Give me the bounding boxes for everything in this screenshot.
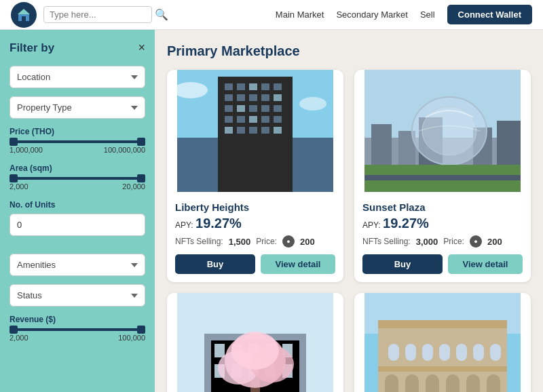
svg-rect-77 <box>456 344 467 361</box>
price-label-2: Price: <box>443 237 464 246</box>
nfts-count-1: 1,500 <box>229 237 251 247</box>
nav-main-market[interactable]: Main Market <box>276 9 324 20</box>
properties-grid: Liberty Heights APY: 19.27% NFTs Selling… <box>167 70 531 392</box>
price-range-thumb-left[interactable] <box>10 138 18 146</box>
svg-point-41 <box>422 106 476 155</box>
content: Primary Marketplace <box>155 30 543 392</box>
property-image-4 <box>354 293 531 392</box>
svg-rect-29 <box>261 127 269 134</box>
svg-rect-71 <box>466 374 480 392</box>
property-name-1: Liberty Heights <box>175 201 335 213</box>
svg-rect-79 <box>490 344 501 361</box>
revenue-min: 2,000 <box>10 334 29 342</box>
property-meta-1: NFTs Selling: 1,500 Price: ● 200 <box>175 235 335 248</box>
svg-rect-6 <box>225 83 233 90</box>
search-button[interactable]: 🔍 <box>155 8 168 21</box>
svg-rect-20 <box>274 105 282 112</box>
revenue-label: Revenue ($) <box>10 315 145 324</box>
svg-point-61 <box>231 332 279 370</box>
svg-rect-76 <box>439 344 450 361</box>
svg-rect-18 <box>249 105 257 112</box>
price-filter: Price (THO) 1,000,000 100,000,000 <box>10 127 145 154</box>
svg-rect-17 <box>237 105 245 112</box>
svg-point-31 <box>174 82 208 98</box>
nfts-count-2: 3,000 <box>416 237 438 247</box>
svg-rect-47 <box>214 344 225 357</box>
price-icon-1: ● <box>282 235 295 248</box>
property-apy-1: APY: 19.27% <box>175 216 335 231</box>
svg-rect-74 <box>405 344 416 361</box>
svg-point-32 <box>299 97 326 111</box>
svg-rect-10 <box>274 83 282 90</box>
svg-rect-30 <box>274 127 282 134</box>
property-type-dropdown[interactable]: Property Type <box>10 96 145 119</box>
close-sidebar-button[interactable]: × <box>138 41 145 55</box>
price-label: Price (THO) <box>10 127 145 136</box>
buy-button-1[interactable]: Buy <box>175 254 255 274</box>
revenue-range-track <box>10 328 145 331</box>
svg-rect-7 <box>237 83 245 90</box>
nfts-label-2: NFTs Selling: <box>362 237 411 246</box>
status-dropdown[interactable]: Status <box>10 284 145 307</box>
header-nav: Main Market Secondary Market Sell Connec… <box>276 5 532 24</box>
svg-rect-72 <box>487 374 500 392</box>
price-value-1: 200 <box>300 237 315 247</box>
area-min: 2,000 <box>10 182 29 191</box>
property-image-1 <box>167 70 343 192</box>
svg-rect-5 <box>218 77 293 192</box>
property-card-4: Beige Palace <box>354 293 531 392</box>
search-input[interactable] <box>43 6 152 23</box>
units-label: No. of Units <box>10 200 145 210</box>
buy-button-2[interactable]: Buy <box>362 254 443 274</box>
svg-rect-78 <box>473 344 484 361</box>
svg-rect-8 <box>249 83 257 90</box>
revenue-range-thumb-right[interactable] <box>137 326 145 334</box>
area-range-track <box>10 177 145 180</box>
area-max: 20,000 <box>122 182 145 191</box>
svg-rect-2 <box>22 16 26 21</box>
property-info-2: Sunset Plaza APY: 19.27% NFTs Selling: 3… <box>354 195 531 282</box>
area-range-thumb-left[interactable] <box>10 174 18 182</box>
card-actions-1: Buy View detail <box>175 254 335 274</box>
property-image-2 <box>354 70 531 192</box>
price-label-1: Price: <box>256 237 277 246</box>
svg-rect-24 <box>261 116 269 123</box>
property-image-3 <box>167 293 343 392</box>
location-dropdown[interactable]: Location <box>10 66 145 88</box>
svg-rect-19 <box>261 105 269 112</box>
area-range-labels: 2,000 20,000 <box>10 182 145 191</box>
view-detail-button-1[interactable]: View detail <box>261 254 335 274</box>
price-icon-2: ● <box>470 235 482 248</box>
svg-rect-14 <box>261 94 269 101</box>
property-card-1: Liberty Heights APY: 19.27% NFTs Selling… <box>167 70 343 282</box>
revenue-range-thumb-left[interactable] <box>10 326 18 334</box>
apy-value-2: 19.27% <box>383 216 429 231</box>
svg-rect-69 <box>426 374 439 392</box>
svg-rect-11 <box>225 94 233 101</box>
svg-rect-28 <box>249 127 257 134</box>
area-range-thumb-right[interactable] <box>137 174 145 182</box>
price-range-track <box>10 140 145 143</box>
connect-wallet-button[interactable]: Connect Wallet <box>447 5 532 24</box>
search-wrap: 🔍 <box>43 6 168 23</box>
apy-label-1: APY: <box>175 220 195 230</box>
area-filter: Area (sqm) 2,000 20,000 <box>10 163 145 191</box>
revenue-max: 100,000 <box>118 334 145 342</box>
svg-rect-13 <box>249 94 257 101</box>
nav-sell[interactable]: Sell <box>420 9 435 20</box>
area-label: Area (sqm) <box>10 163 145 173</box>
property-apy-2: APY: 19.27% <box>362 216 523 231</box>
svg-rect-23 <box>249 116 257 123</box>
price-min: 1,000,000 <box>10 146 43 154</box>
price-max: 100,000,000 <box>104 146 145 154</box>
amenities-dropdown[interactable]: Amenities <box>10 254 145 276</box>
revenue-filter: Revenue ($) 2,000 100,000 <box>10 315 145 342</box>
view-detail-button-2[interactable]: View detail <box>448 254 523 274</box>
property-card-3: Cherry Blossom <box>167 293 343 392</box>
price-range-thumb-right[interactable] <box>137 138 145 146</box>
page-title: Primary Marketplace <box>167 43 531 59</box>
svg-rect-70 <box>446 374 460 392</box>
nav-secondary-market[interactable]: Secondary Market <box>336 9 408 20</box>
svg-rect-43 <box>364 175 521 180</box>
units-input[interactable] <box>10 214 145 236</box>
